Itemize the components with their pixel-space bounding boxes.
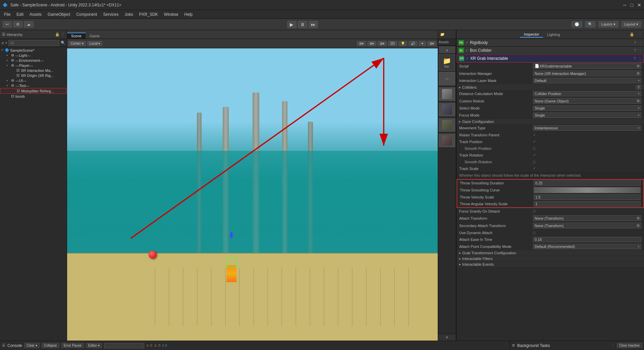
- asset-folder-bar[interactable]: 📁 Bar: [439, 54, 455, 71]
- select-icon[interactable]: ⊙: [637, 216, 640, 220]
- inspector-menu[interactable]: ⋮: [636, 32, 644, 37]
- help-icon[interactable]: ?: [634, 49, 636, 52]
- menu-help[interactable]: Help: [182, 11, 196, 17]
- uda-check[interactable]: □: [533, 230, 535, 235]
- rigidbody-header[interactable]: Rb ✓ Rigidbody ? ⋮: [457, 39, 644, 47]
- track-rotation-check[interactable]: ✓: [533, 153, 536, 157]
- hier-item-xr-origin[interactable]: ⊡ XR Origin (XR Rig...: [0, 73, 67, 78]
- hier-item-test[interactable]: ▸ ⊖ ---Test---: [0, 83, 67, 88]
- menu-jobs[interactable]: Jobs: [122, 11, 136, 17]
- asset-thumbnail-2[interactable]: [439, 87, 455, 101]
- editor-dropdown[interactable]: Editor ▾: [86, 343, 102, 348]
- field-value-focus-mode[interactable]: Single ▾: [533, 113, 641, 118]
- console-search[interactable]: [104, 343, 144, 348]
- hierarchy-search-bar[interactable]: + ▾ 🔍: [0, 39, 67, 47]
- menu-component[interactable]: Component: [73, 11, 100, 17]
- asset-thumbnail-5[interactable]: [439, 134, 455, 147]
- hierarchy-menu[interactable]: ⋮: [61, 32, 65, 37]
- pivot-toggle[interactable]: Center ▾: [68, 41, 86, 46]
- toolbar-cloud[interactable]: ☁: [24, 21, 34, 28]
- hierarchy-lock[interactable]: 🔒: [55, 32, 60, 37]
- inspector-lock[interactable]: 🔒: [628, 32, 636, 37]
- tab-inspector[interactable]: Inspector: [520, 32, 543, 38]
- asset-thumbnail-4[interactable]: [439, 118, 455, 132]
- field-value-distance-calc[interactable]: Collider Position ▾: [533, 91, 641, 96]
- rigidbody-actions[interactable]: ? ⋮: [634, 41, 642, 45]
- hier-item-player[interactable]: ▸ ⊖ ---Player---: [0, 63, 67, 68]
- xr-grab-header[interactable]: XR ✓ XR Grab Interactable ? ⋮: [457, 54, 644, 62]
- space-toggle[interactable]: Local ▾: [87, 41, 103, 46]
- bg-tasks-menu[interactable]: ⋮: [611, 343, 615, 348]
- layout-dropdown[interactable]: Layout ▾: [621, 21, 641, 28]
- toolbar-search[interactable]: 🔍: [585, 21, 596, 28]
- smooth-rotation-check[interactable]: □: [533, 160, 535, 164]
- maximize-btn[interactable]: □: [631, 2, 633, 8]
- section-interactable-filters[interactable]: ▸ Interactable Filters: [457, 256, 644, 262]
- tab-lighting[interactable]: Lighting: [543, 32, 564, 37]
- play-button[interactable]: ▶: [287, 21, 297, 28]
- hier-item-environment[interactable]: ▸ ⊖ ---Environment---: [0, 58, 67, 63]
- menu-assets[interactable]: Assets: [27, 11, 44, 17]
- section-gaze[interactable]: ▸ Gaze Configuration: [457, 119, 644, 125]
- error-pause-button[interactable]: Error Pause: [61, 343, 84, 348]
- settings-icon[interactable]: ⋮: [639, 41, 642, 45]
- asset-thumbnail-1[interactable]: As: [439, 72, 455, 85]
- xr-grab-actions[interactable]: ? ⋮: [634, 57, 642, 60]
- menu-gameobject[interactable]: GameObject: [45, 11, 73, 17]
- box-collider-header[interactable]: Bc ✓ Box Collider ? ⋮: [457, 47, 644, 54]
- retain-transform-check[interactable]: ✓: [533, 133, 536, 137]
- hier-item-samplescene[interactable]: ▾ 🔷 SampleScene*: [0, 48, 67, 53]
- field-value-script[interactable]: 📄 XRGrabInteractable ⊙: [533, 63, 641, 69]
- field-value-attach-transform[interactable]: None (Transform) ⊙: [533, 215, 641, 221]
- box-collider-actions[interactable]: ? ⋮: [634, 49, 642, 52]
- toolbar-settings[interactable]: ⚙: [13, 21, 22, 28]
- track-scale-check[interactable]: ✓: [533, 166, 536, 171]
- section-grab-transformers[interactable]: ▸ Grab Transformers Configuration: [457, 250, 644, 256]
- field-value-tsd[interactable]: 0.25: [534, 180, 641, 186]
- field-value-custom-reticle[interactable]: None (Game Object) ⊙: [533, 98, 641, 104]
- audio-toggle[interactable]: 🔊: [409, 41, 417, 46]
- search-icon[interactable]: 🔍: [61, 41, 65, 45]
- hier-item-light[interactable]: ▸ ⊖ ---Light---: [0, 53, 67, 58]
- tab-scene[interactable]: Scene: [67, 33, 86, 39]
- select-icon[interactable]: ⊙: [637, 99, 640, 103]
- field-value-aeit[interactable]: 0.15: [533, 237, 641, 242]
- clear-inactive-button[interactable]: Clear Inactive: [617, 343, 642, 348]
- menu-pxr-sdk[interactable]: PXR_SDK: [137, 11, 161, 17]
- toolbar-history[interactable]: 🕐: [572, 21, 582, 28]
- titlebar-controls[interactable]: ─ □ ✕: [623, 2, 641, 8]
- hierarchy-search-input[interactable]: [8, 40, 59, 46]
- tab-game[interactable]: Game: [86, 33, 104, 39]
- field-value-ilm[interactable]: Default ▾: [533, 78, 641, 83]
- menu-window[interactable]: Window: [161, 11, 181, 17]
- hier-item-xr-interaction[interactable]: ⊡ XR Interaction Ma...: [0, 68, 67, 73]
- select-icon[interactable]: ⊙: [637, 223, 640, 228]
- field-value-apcm[interactable]: Default (Recommended) ▾: [533, 244, 641, 249]
- asset-thumbnail-3[interactable]: [439, 103, 455, 116]
- force-gravity-check[interactable]: □: [533, 209, 535, 214]
- field-value-tvs[interactable]: 1.5: [534, 194, 641, 200]
- field-value-sat[interactable]: None (Transform) ⊙: [533, 223, 641, 228]
- field-value-tavs[interactable]: 1: [534, 201, 641, 207]
- add-icon[interactable]: +: [1, 40, 4, 46]
- layers-dropdown[interactable]: Layers ▾: [598, 21, 619, 28]
- settings-icon[interactable]: ⋮: [638, 57, 642, 60]
- light-toggle[interactable]: 💡: [398, 41, 407, 46]
- scene-tool-1[interactable]: ⊞▾: [357, 41, 366, 46]
- toolbar-undo[interactable]: ↩: [3, 21, 12, 28]
- hier-item-mistsplitter[interactable]: ⊡ Mistsplitter Reforg...: [0, 88, 67, 94]
- assets-scroll-down[interactable]: ▼: [438, 334, 456, 341]
- help-icon[interactable]: ?: [634, 41, 636, 45]
- select-icon[interactable]: ⊙: [637, 64, 640, 68]
- close-btn[interactable]: ✕: [637, 2, 641, 8]
- gizmo-toggle[interactable]: ⊞▾: [427, 41, 436, 46]
- pause-button[interactable]: ⏸: [298, 21, 307, 28]
- field-value-movement-type[interactable]: Instantaneous ▾: [533, 125, 641, 131]
- step-button[interactable]: ⏭: [309, 21, 318, 28]
- hier-item-ui[interactable]: ▸ ⊖ ---UI---: [0, 78, 67, 83]
- 2d-toggle[interactable]: 2D: [388, 41, 397, 46]
- select-icon[interactable]: ⊙: [637, 71, 640, 76]
- minimize-btn[interactable]: ─: [623, 2, 627, 8]
- settings-icon[interactable]: ⋮: [639, 49, 642, 52]
- scene-tool-3[interactable]: ⊞▾: [378, 41, 387, 46]
